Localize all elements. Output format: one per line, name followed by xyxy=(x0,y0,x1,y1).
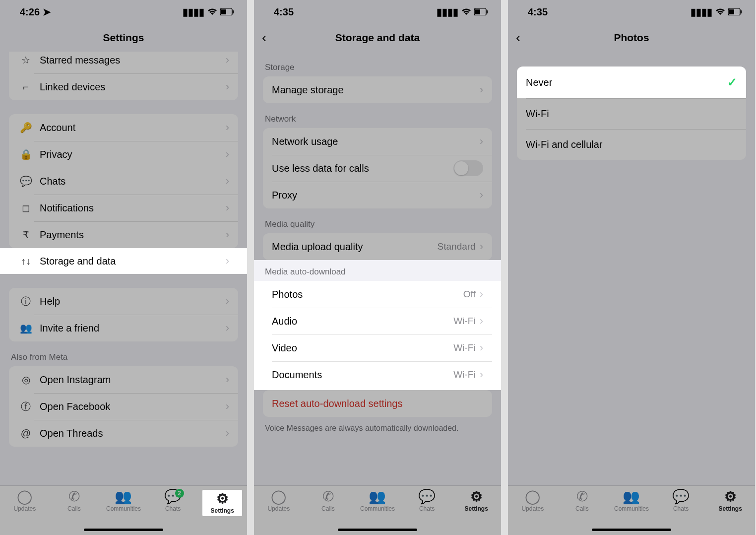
option-never[interactable]: Never ✓ xyxy=(517,67,746,98)
signal-icon: ▮▮▮▮ xyxy=(183,6,204,18)
status-indicators: ▮▮▮▮ xyxy=(437,6,488,18)
gear-icon: ⚙ xyxy=(724,490,737,504)
content: Storage Manage storage › Network Network… xyxy=(254,52,501,485)
row-privacy[interactable]: 🔒 Privacy › xyxy=(9,141,238,168)
row-label: Open Instagram xyxy=(40,374,226,386)
toggle-lessdata[interactable] xyxy=(453,160,483,176)
option-wifi[interactable]: Wi-Fi xyxy=(517,98,746,129)
row-label: Privacy xyxy=(40,149,226,160)
row-audio[interactable]: Audio Wi-Fi › xyxy=(263,308,492,334)
chevron-right-icon: › xyxy=(226,121,229,134)
gear-icon: ⚙ xyxy=(470,490,483,504)
content: ☆ Starred messages › ⌐ Linked devices › … xyxy=(0,52,247,485)
tab-label: Settings xyxy=(719,505,742,512)
row-facebook[interactable]: ⓕ Open Facebook › xyxy=(9,393,238,420)
section-autodl: Media auto-download Photos Off › Audio W… xyxy=(254,260,501,390)
updates-icon: ◯ xyxy=(271,490,286,504)
back-button[interactable]: ‹ xyxy=(262,30,266,46)
wifi-icon xyxy=(715,6,725,18)
row-notifications[interactable]: ◻ Notifications › xyxy=(9,195,238,221)
row-photos[interactable]: Photos Off › xyxy=(263,281,492,308)
tab-communities[interactable]: 👥 Communities xyxy=(612,490,651,512)
group-autodl: Photos Off › Audio Wi-Fi › Video Wi-Fi ›… xyxy=(263,281,492,388)
tab-calls[interactable]: ✆ Calls xyxy=(54,490,94,512)
group-help: ⓘ Help › 👥 Invite a friend › xyxy=(9,288,238,341)
key-icon: 🔑 xyxy=(18,122,34,134)
calls-icon: ✆ xyxy=(576,490,588,504)
tabbar: ◯ Updates ✆ Calls 👥 Communities 2 💬 Chat… xyxy=(0,485,247,535)
star-icon: ☆ xyxy=(18,54,34,66)
tab-calls[interactable]: ✆ Calls xyxy=(308,490,348,512)
row-lessdata[interactable]: Use less data for calls xyxy=(263,155,492,182)
row-threads[interactable]: @ Open Threads › xyxy=(9,420,238,447)
row-instagram[interactable]: ◎ Open Instagram › xyxy=(9,366,238,393)
threads-icon: @ xyxy=(18,428,34,439)
wifi-icon xyxy=(461,6,471,18)
row-storage-data[interactable]: ↑↓ Storage and data › xyxy=(0,248,247,274)
row-payments[interactable]: ₹ Payments › xyxy=(9,221,238,248)
row-label: Notifications xyxy=(40,202,226,214)
status-bar: 4:26 ➤ ▮▮▮▮ xyxy=(0,0,247,24)
phone-settings: 4:26 ➤ ▮▮▮▮ Settings ☆ Starred messages … xyxy=(0,0,247,535)
tab-label: Chats xyxy=(419,505,435,512)
row-help[interactable]: ⓘ Help › xyxy=(9,288,238,315)
tab-updates[interactable]: ◯ Updates xyxy=(513,490,553,512)
row-documents[interactable]: Documents Wi-Fi › xyxy=(263,361,492,388)
chevron-right-icon: › xyxy=(226,427,229,440)
chevron-right-icon: › xyxy=(226,175,229,188)
chat-icon: 💬 xyxy=(18,175,34,187)
row-invite[interactable]: 👥 Invite a friend › xyxy=(9,315,238,341)
tab-updates[interactable]: ◯ Updates xyxy=(259,490,299,512)
calls-icon: ✆ xyxy=(322,490,334,504)
row-proxy[interactable]: Proxy › xyxy=(263,182,492,208)
communities-icon: 👥 xyxy=(369,490,386,504)
row-chats[interactable]: 💬 Chats › xyxy=(9,168,238,195)
row-label: Account xyxy=(40,122,226,134)
svg-rect-1 xyxy=(221,9,226,14)
tab-updates[interactable]: ◯ Updates xyxy=(5,490,45,512)
tab-calls[interactable]: ✆ Calls xyxy=(562,490,602,512)
row-account[interactable]: 🔑 Account › xyxy=(9,114,238,141)
row-linked[interactable]: ⌐ Linked devices › xyxy=(9,73,238,100)
header-storage: Storage xyxy=(254,52,501,76)
row-starred[interactable]: ☆ Starred messages › xyxy=(9,52,238,73)
chats-icon: 💬 xyxy=(672,490,690,504)
tab-chats[interactable]: 💬 Chats xyxy=(661,490,701,512)
tab-chats[interactable]: 💬 Chats xyxy=(407,490,447,512)
row-label: Starred messages xyxy=(40,55,226,66)
communities-icon: 👥 xyxy=(115,490,132,504)
option-label: Never xyxy=(526,77,727,88)
tab-communities[interactable]: 👥 Communities xyxy=(104,490,143,512)
tab-settings[interactable]: ⚙ Settings xyxy=(710,490,750,512)
tab-settings[interactable]: ⚙ Settings xyxy=(456,490,496,512)
row-manage-storage[interactable]: Manage storage › xyxy=(263,76,492,103)
bell-icon: ◻ xyxy=(18,202,34,214)
home-indicator xyxy=(84,529,163,531)
row-network-usage[interactable]: Network usage › xyxy=(263,128,492,155)
tab-settings[interactable]: ⚙ Settings xyxy=(202,490,242,516)
tab-communities[interactable]: 👥 Communities xyxy=(358,490,397,512)
tab-chats[interactable]: 2 💬 Chats xyxy=(153,490,193,512)
row-upload-quality[interactable]: Media upload quality Standard › xyxy=(263,233,492,260)
nav-header: Settings xyxy=(0,24,247,52)
option-wifi-cellular[interactable]: Wi-Fi and cellular xyxy=(517,129,746,160)
updates-icon: ◯ xyxy=(525,490,540,504)
status-time: 4:35 xyxy=(528,6,548,18)
tabbar: ◯ Updates ✆ Calls 👥 Communities 💬 Chats … xyxy=(254,485,501,535)
nav-header: ‹ Photos xyxy=(508,24,755,52)
row-video[interactable]: Video Wi-Fi › xyxy=(263,334,492,361)
badge: 2 xyxy=(175,489,184,498)
row-label: Proxy xyxy=(272,190,480,201)
tab-label: Chats xyxy=(165,505,181,512)
group-meta: ◎ Open Instagram › ⓕ Open Facebook › @ O… xyxy=(9,366,238,447)
row-label: Manage storage xyxy=(272,84,480,96)
page-title: Settings xyxy=(103,32,144,44)
svg-rect-4 xyxy=(475,9,480,14)
back-button[interactable]: ‹ xyxy=(516,30,520,46)
status-bar: 4:35 ▮▮▮▮ xyxy=(508,0,755,24)
option-label: Wi-Fi and cellular xyxy=(526,139,737,150)
group-options: Never ✓ Wi-Fi Wi-Fi and cellular xyxy=(517,67,746,160)
chevron-right-icon: › xyxy=(226,54,229,67)
row-reset[interactable]: Reset auto-download settings xyxy=(263,390,492,417)
row-value: Wi-Fi xyxy=(453,369,475,380)
